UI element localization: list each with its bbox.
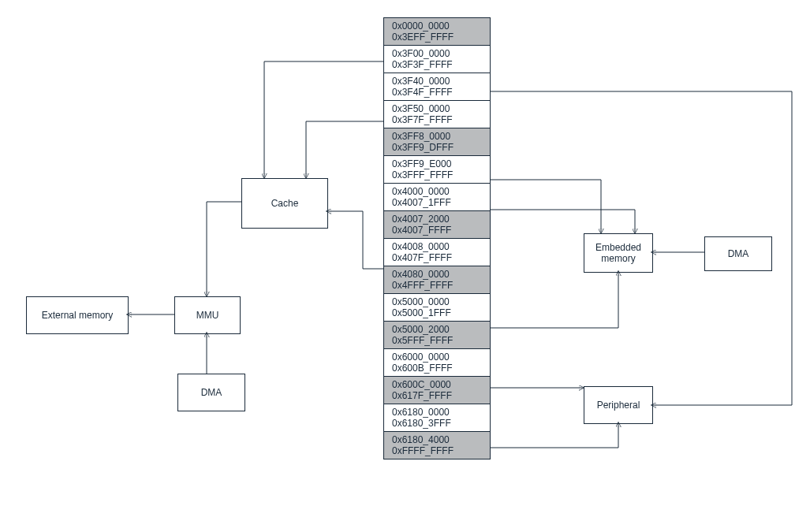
addr-start: 0x3F50_0000	[392, 103, 483, 114]
addr-start: 0x5000_0000	[392, 296, 483, 307]
addr-row: 0x0000_00000x3EFF_FFFF	[384, 18, 490, 46]
embedded-memory-block: Embeddedmemory	[584, 233, 653, 273]
external-memory-label: External memory	[42, 310, 114, 321]
cache-block: Cache	[241, 178, 328, 229]
addr-end: 0x4007_FFFF	[392, 225, 483, 236]
addr-end: 0x617F_FFFF	[392, 390, 483, 401]
addr-row: 0x5000_20000x5FFF_FFFF	[384, 322, 490, 349]
addr-row: 0x600C_00000x617F_FFFF	[384, 377, 490, 404]
addr-end: 0xFFFF_FFFF	[392, 445, 483, 456]
addr-end: 0x6180_3FFF	[392, 418, 483, 429]
addr-start: 0x600C_0000	[392, 379, 483, 390]
addr-start: 0x4000_0000	[392, 186, 483, 197]
addr-end: 0x600B_FFFF	[392, 363, 483, 374]
addr-row: 0x4000_00000x4007_1FFF	[384, 184, 490, 211]
addr-row: 0x3FF9_E0000x3FFF_FFFF	[384, 156, 490, 184]
addr-row: 0x4007_20000x4007_FFFF	[384, 211, 490, 239]
addr-row: 0x6000_00000x600B_FFFF	[384, 349, 490, 377]
addr-row: 0x5000_00000x5000_1FFF	[384, 294, 490, 322]
addr-start: 0x4007_2000	[392, 214, 483, 225]
address-map: 0x0000_00000x3EFF_FFFF0x3F00_00000x3F3F_…	[383, 17, 491, 459]
addr-end: 0x4007_1FFF	[392, 197, 483, 208]
dma-right-label: DMA	[728, 248, 749, 259]
addr-row: 0x3F40_00000x3F4F_FFFF	[384, 73, 490, 101]
addr-end: 0x4FFF_FFFF	[392, 280, 483, 291]
addr-end: 0x3FF9_DFFF	[392, 142, 483, 153]
addr-row: 0x4080_00000x4FFF_FFFF	[384, 266, 490, 294]
addr-start: 0x6180_0000	[392, 407, 483, 418]
addr-end: 0x407F_FFFF	[392, 252, 483, 263]
addr-end: 0x5FFF_FFFF	[392, 335, 483, 346]
mmu-block: MMU	[174, 296, 241, 334]
dma-left-label: DMA	[201, 387, 222, 398]
addr-end: 0x3FFF_FFFF	[392, 169, 483, 180]
addr-row: 0x4008_00000x407F_FFFF	[384, 239, 490, 266]
addr-start: 0x6180_4000	[392, 434, 483, 445]
addr-start: 0x4008_0000	[392, 241, 483, 252]
addr-start: 0x0000_0000	[392, 20, 483, 32]
addr-start: 0x5000_2000	[392, 324, 483, 335]
embedded-memory-label: Embeddedmemory	[595, 242, 641, 264]
peripheral-label: Peripheral	[597, 400, 640, 411]
addr-start: 0x3F00_0000	[392, 48, 483, 59]
cache-label: Cache	[271, 198, 299, 209]
addr-end: 0x3F4F_FFFF	[392, 87, 483, 98]
addr-end: 0x5000_1FFF	[392, 307, 483, 318]
dma-right-block: DMA	[704, 236, 772, 271]
addr-row: 0x6180_00000x6180_3FFF	[384, 404, 490, 432]
addr-start: 0x3FF8_0000	[392, 131, 483, 142]
external-memory-block: External memory	[26, 296, 129, 334]
addr-row: 0x3FF8_00000x3FF9_DFFF	[384, 128, 490, 156]
addr-end: 0x3EFF_FFFF	[392, 32, 483, 43]
addr-row: 0x3F50_00000x3F7F_FFFF	[384, 101, 490, 128]
addr-end: 0x3F3F_FFFF	[392, 59, 483, 70]
addr-start: 0x3FF9_E000	[392, 158, 483, 169]
addr-row: 0x3F00_00000x3F3F_FFFF	[384, 46, 490, 73]
addr-start: 0x3F40_0000	[392, 76, 483, 87]
peripheral-block: Peripheral	[584, 386, 653, 424]
dma-left-block: DMA	[177, 374, 245, 411]
addr-row: 0x6180_40000xFFFF_FFFF	[384, 432, 490, 459]
addr-end: 0x3F7F_FFFF	[392, 114, 483, 125]
addr-start: 0x4080_0000	[392, 269, 483, 280]
addr-start: 0x6000_0000	[392, 352, 483, 363]
mmu-label: MMU	[196, 310, 219, 321]
